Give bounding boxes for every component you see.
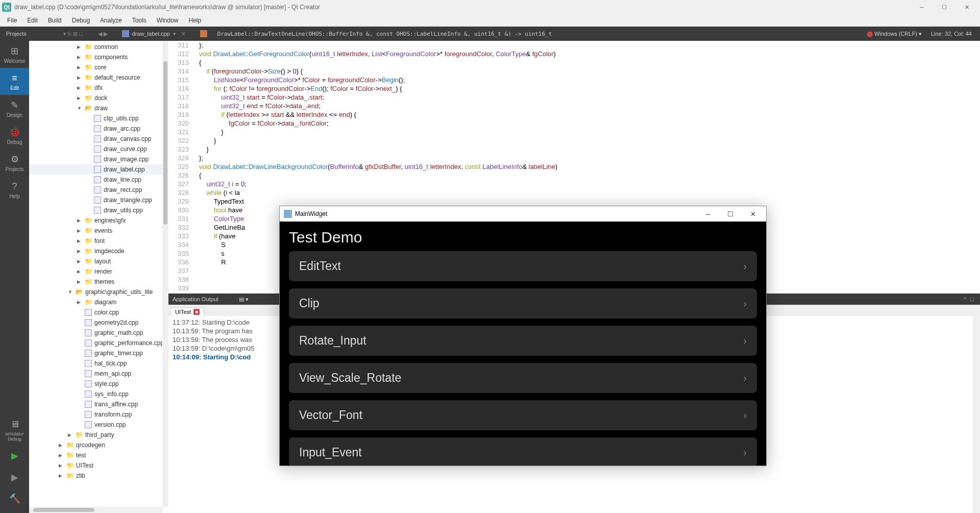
tree-file[interactable]: transform.cpp [29,409,168,420]
tree-folder[interactable]: ▶📁themes [29,277,168,287]
menu-edit[interactable]: Edit [22,15,43,26]
tree-file[interactable]: color.cpp [29,307,168,317]
tree-file[interactable]: draw_triangle.cpp [29,195,168,205]
mode-projects[interactable]: ⚙Projects [0,149,29,176]
tree-file[interactable]: graphic_performance.cpp [29,338,168,348]
tree-folder[interactable]: ▶📁default_resource [29,72,168,83]
sim-maximize-button[interactable]: ☐ [719,206,742,222]
sim-item-vector_font[interactable]: Vector_Font› [289,400,757,430]
sim-item-rotate_input[interactable]: Rotate_Input› [289,326,757,356]
menu-file[interactable]: File [2,15,22,26]
tree-file[interactable]: draw_arc.cpp [29,124,168,134]
sim-item-clip[interactable]: Clip› [289,288,757,319]
minimize-button[interactable]: ─ [911,0,933,14]
tree-folder[interactable]: ▼📂draw [29,103,168,113]
tree-file[interactable]: draw_line.cpp [29,175,168,185]
project-tree[interactable]: ▶📁common▶📁components▶📁core▶📁default_reso… [29,41,168,513]
output-close-icon[interactable]: □ [968,296,976,302]
tree-folder[interactable]: ▶📁components [29,52,168,62]
sim-item-input_event[interactable]: Input_Event› [289,437,757,466]
tree-file[interactable]: draw_curve.cpp [29,144,168,154]
tree-item-label: font [94,237,105,245]
tree-file[interactable]: draw_label.cpp [29,164,168,175]
tree-folder[interactable]: ▶📁diagram [29,297,168,307]
cursor-position: Line: 32, Col: 44 [931,31,972,37]
tree-folder[interactable]: ▶📁events [29,226,168,236]
tree-folder[interactable]: ▶📁UITest [29,460,168,471]
sim-titlebar[interactable]: MainWidget ─ ☐ ✕ [280,206,766,222]
sim-close-button[interactable]: ✕ [742,206,764,222]
tree-file[interactable]: geometry2d.cpp [29,317,168,328]
tree-item-label: components [94,54,128,61]
line-ending-selector[interactable]: ⬤ Windows (CRLF) ▾ [867,31,922,37]
output-min-icon[interactable]: ^ [962,296,968,302]
tree-file[interactable]: mem_api.cpp [29,369,168,379]
tree-scrollbar-v[interactable] [162,41,168,507]
sim-item-edittext[interactable]: EditText› [289,251,757,281]
sim-item-label: Clip [299,297,320,310]
menu-help[interactable]: Help [184,15,207,26]
mode-welcome[interactable]: ⊞Welcome [0,41,29,68]
menu-window[interactable]: Window [152,15,184,26]
tree-folder[interactable]: ▶📁qrcodegen [29,440,168,450]
run-button[interactable]: ▶ [0,446,29,467]
tree-file[interactable]: trans_affine.cpp [29,399,168,409]
sim-minimize-button[interactable]: ─ [697,206,719,222]
tree-folder[interactable]: ▼📂graphic\graphic_utils_lite [29,287,168,297]
maximize-button[interactable]: ☐ [933,0,955,14]
mode-debug[interactable]: 🐞Debug [0,122,29,149]
build-button[interactable]: 🔨 [0,488,29,510]
tree-folder[interactable]: ▶📁test [29,450,168,460]
open-file-name[interactable]: draw_label.cpp [132,31,170,37]
tree-folder[interactable]: ▶📁render [29,266,168,277]
tree-file[interactable]: sys_info.cpp [29,389,168,399]
output-toolbar-icon[interactable]: ▤ ▾ [239,296,249,303]
cpp-file-icon [84,319,92,326]
tree-file[interactable]: graphic_math.cpp [29,328,168,338]
mode-help[interactable]: ?Help [0,176,29,203]
menu-debug[interactable]: Debug [67,15,95,26]
nav-back-icon[interactable]: ◀ ▶ [98,31,108,37]
sim-item-view_scale_rotate[interactable]: View_Scale_Rotate› [289,363,757,393]
tree-scrollbar-h[interactable] [29,507,162,513]
output-pane-title: Application Output [173,296,218,302]
menu-tools[interactable]: Tools [127,15,152,26]
tree-folder[interactable]: ▶📁zlib [29,471,168,481]
tree-folder[interactable]: ▶📁font [29,236,168,246]
mode-edit[interactable]: ≡Edit [0,68,29,95]
tree-file[interactable]: draw_image.cpp [29,154,168,164]
output-scrollbar-v[interactable] [973,316,980,513]
tree-folder[interactable]: ▶📁common [29,42,168,52]
close-button[interactable]: ✕ [955,0,978,14]
tree-file[interactable]: draw_utils.cpp [29,205,168,215]
tree-file[interactable]: draw_canvas.cpp [29,134,168,144]
filter-icon[interactable]: ▾ ⎘ ⊞ □ [63,31,83,37]
tab-close-icon[interactable]: ■ [193,309,200,315]
tree-file[interactable]: hal_tick.cpp [29,358,168,369]
kit-selector[interactable]: 🖥 simulator Debug [0,414,29,446]
tree-file[interactable]: style.cpp [29,379,168,389]
mode-design[interactable]: ✎Design [0,95,29,122]
tree-folder[interactable]: ▶📁dock [29,93,168,103]
symbol-breadcrumb[interactable]: DrawLabel::DrawTextOneLine(OHOS::BufferI… [217,31,552,37]
menu-analyze[interactable]: Analyze [95,15,127,26]
tree-folder[interactable]: ▶📁third_party [29,430,168,440]
menu-build[interactable]: Build [43,15,67,26]
file-close-icon[interactable]: ✕ [181,31,186,37]
tree-folder[interactable]: ▶📁engines\gfx [29,215,168,226]
tree-folder[interactable]: ▶📁layout [29,256,168,266]
tree-folder[interactable]: ▶📁dfx [29,83,168,93]
tree-file[interactable]: graphic_timer.cpp [29,348,168,358]
output-tab-uitest[interactable]: UITest ■ [170,307,204,316]
tree-item-label: graphic\graphic_utils_lite [85,288,153,296]
menu-bar: FileEditBuildDebugAnalyzeToolsWindowHelp [0,14,980,27]
run-debug-button[interactable]: ▶ [0,467,29,488]
file-dropdown-icon[interactable]: ▾ [173,31,176,37]
tree-file[interactable]: clip_utils.cpp [29,113,168,124]
tree-folder[interactable]: ▶📁core [29,62,168,72]
tree-folder[interactable]: ▶📁imgdecode [29,246,168,256]
tree-file[interactable]: version.cpp [29,420,168,430]
tree-file[interactable]: draw_rect.cpp [29,185,168,195]
folder-icon: 📁 [84,227,92,234]
chevron-right-icon: › [743,298,747,309]
